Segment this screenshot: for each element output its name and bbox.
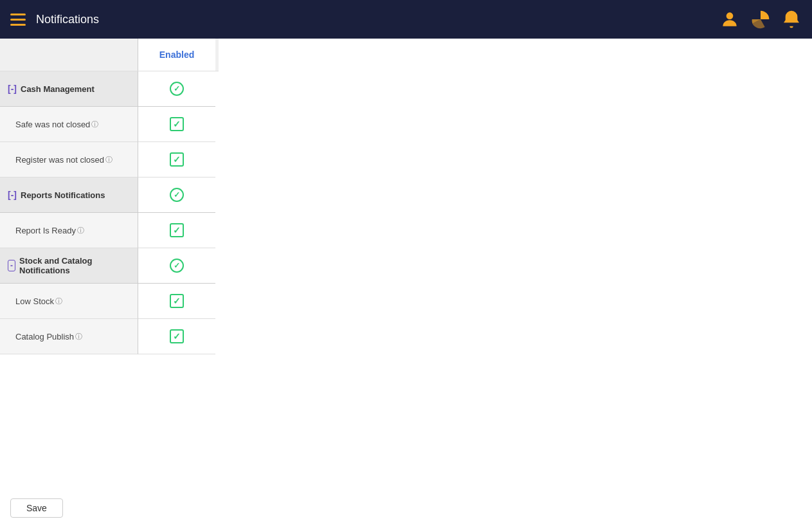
section-cash-management: [-] Cash Management Safe was not closedⓘ	[0, 71, 219, 178]
left-col-header	[0, 39, 138, 71]
footer: Save	[0, 488, 73, 528]
catalog-publish-info-icon: ⓘ	[75, 332, 82, 341]
cash-management-circle-check[interactable]	[170, 82, 184, 96]
hamburger-menu-icon[interactable]	[10, 14, 26, 26]
stock-catalog-toggle-icon[interactable]: -	[8, 260, 15, 271]
register-not-closed-info-icon: ⓘ	[105, 155, 113, 165]
notifications-table: Enabled [-] Cash Management Safe was not…	[0, 39, 219, 528]
register-not-closed-label: Register was not closedⓘ	[0, 142, 138, 178]
header-icons	[719, 9, 802, 30]
table-header: Enabled	[0, 39, 219, 71]
low-stock-checkbox-cell	[138, 284, 215, 319]
catalog-publish-checkbox-cell	[138, 319, 215, 354]
section-stock-catalog: - Stock and Catalog Notifications Low St…	[0, 248, 219, 354]
catalog-publish-row: Catalog Publishⓘ	[0, 319, 219, 354]
register-not-closed-checkbox-cell	[138, 142, 215, 178]
bell-icon[interactable]	[781, 9, 802, 30]
safe-not-closed-info-icon: ⓘ	[91, 120, 98, 129]
report-ready-info-icon: ⓘ	[77, 226, 84, 235]
right-content-area	[219, 39, 812, 528]
safe-not-closed-row: Safe was not closedⓘ	[0, 107, 219, 142]
stock-catalog-section-check	[138, 248, 215, 284]
reports-circle-check[interactable]	[170, 188, 184, 202]
section-reports-notifications: [-] Reports Notifications Report Is Read…	[0, 178, 219, 248]
cash-management-toggle-icon[interactable]: [-]	[8, 84, 17, 94]
person-icon[interactable]	[719, 9, 740, 30]
low-stock-row: Low Stockⓘ	[0, 284, 219, 319]
main-content: Enabled [-] Cash Management Safe was not…	[0, 39, 812, 528]
stock-catalog-circle-check[interactable]	[170, 259, 184, 273]
reports-section-label[interactable]: [-] Reports Notifications	[0, 178, 138, 213]
register-not-closed-checkbox[interactable]	[170, 152, 184, 167]
report-ready-checkbox-cell	[138, 213, 215, 248]
safe-not-closed-checkbox[interactable]	[170, 117, 184, 131]
safe-not-closed-checkbox-cell	[138, 107, 215, 142]
report-ready-checkbox[interactable]	[170, 223, 184, 237]
reports-toggle-icon[interactable]: [-]	[8, 190, 17, 200]
low-stock-checkbox[interactable]	[170, 294, 184, 308]
enabled-col-header: Enabled	[138, 39, 215, 71]
low-stock-info-icon: ⓘ	[55, 296, 62, 306]
cash-management-section-label[interactable]: [-] Cash Management	[0, 71, 138, 107]
chart-icon[interactable]	[750, 9, 771, 30]
save-button[interactable]: Save	[10, 498, 63, 518]
report-ready-label: Report Is Readyⓘ	[0, 213, 138, 248]
report-ready-row: Report Is Readyⓘ	[0, 213, 219, 248]
page-title: Notifications	[36, 13, 99, 26]
catalog-publish-label: Catalog Publishⓘ	[0, 319, 138, 354]
svg-point-0	[726, 12, 734, 19]
reports-section-header-row: [-] Reports Notifications	[0, 178, 219, 213]
app-header: Notifications	[0, 0, 812, 39]
reports-section-check	[138, 178, 215, 213]
section-header-row: [-] Cash Management	[0, 71, 219, 107]
safe-not-closed-label: Safe was not closedⓘ	[0, 107, 138, 142]
stock-catalog-section-header-row: - Stock and Catalog Notifications	[0, 248, 219, 284]
low-stock-label: Low Stockⓘ	[0, 284, 138, 319]
cash-management-section-check	[138, 71, 215, 107]
register-not-closed-row: Register was not closedⓘ	[0, 142, 219, 178]
enabled-label: Enabled	[159, 50, 194, 60]
header-left: Notifications	[10, 13, 99, 26]
catalog-publish-checkbox[interactable]	[170, 329, 184, 343]
stock-catalog-section-label[interactable]: - Stock and Catalog Notifications	[0, 248, 138, 284]
